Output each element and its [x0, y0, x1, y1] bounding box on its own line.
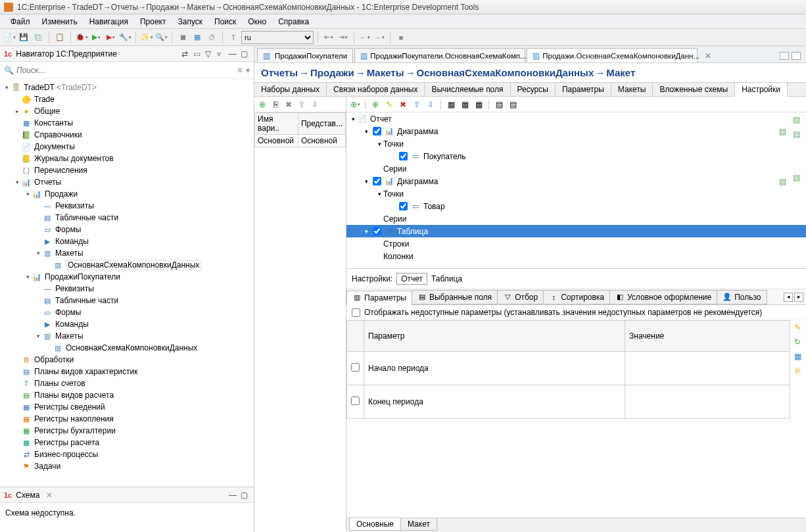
- schema-min-icon[interactable]: —: [229, 491, 238, 500]
- bottom-tab-main[interactable]: Основные: [349, 518, 401, 531]
- param-scroll[interactable]: ▸: [794, 293, 803, 302]
- add-icon[interactable]: ⊕: [257, 99, 268, 110]
- param-tab[interactable]: ▤Выбранные поля: [412, 290, 498, 304]
- row-aux-icon[interactable]: ▤: [779, 127, 786, 136]
- tool3-icon[interactable]: ▦: [473, 99, 485, 110]
- menu-search[interactable]: Поиск: [209, 16, 241, 28]
- editor-tab[interactable]: ▥ПродажиПокупатели.ОсновнаяСхемаКомп...: [354, 48, 525, 62]
- report-tree[interactable]: ▤ ▤ ▤ ▾📄Отчет▾📊Диаграмма▤▾Точки▭Покупате…: [346, 112, 806, 269]
- menu-help[interactable]: Справка: [273, 16, 314, 28]
- tree-item[interactable]: ТПланы счетов: [0, 377, 254, 389]
- tree-item[interactable]: ▦Константы: [0, 117, 254, 129]
- param-tab[interactable]: ▽Отбор: [497, 290, 544, 304]
- tree-item[interactable]: ▶Команды: [0, 318, 254, 330]
- tree-item[interactable]: —Реквизиты: [0, 283, 254, 295]
- search-button[interactable]: 🔍▾: [154, 31, 168, 44]
- save-all-button[interactable]: ⿻: [32, 31, 45, 44]
- tool4-icon[interactable]: ▤: [493, 99, 505, 110]
- menu-file[interactable]: Файл: [5, 16, 36, 28]
- report-tree-row[interactable]: ▾▦Таблица: [346, 225, 806, 237]
- rside-icon-2[interactable]: ▤: [793, 130, 803, 140]
- tree-item[interactable]: ▦Регистры накопления: [0, 413, 254, 425]
- nav-in-button[interactable]: ⇤▾: [322, 31, 335, 44]
- editor-tab[interactable]: ▥ПродажиПокупатели: [257, 48, 353, 62]
- link-editor-icon[interactable]: ⇄: [181, 49, 191, 59]
- inner-tab[interactable]: Макеты: [611, 83, 653, 96]
- show-unavailable-checkbox[interactable]: [352, 308, 360, 317]
- params-table[interactable]: Параметр Значение Начало периода Конец п…: [346, 320, 790, 419]
- tree-item[interactable]: ▸●Общие: [0, 105, 254, 117]
- menu-project[interactable]: Проект: [135, 16, 172, 28]
- inner-tab[interactable]: Настройки: [735, 83, 788, 97]
- add-sub-icon[interactable]: ⊕: [369, 99, 381, 110]
- delete-icon[interactable]: ✖: [283, 99, 294, 110]
- tree-item[interactable]: 🟡Trade: [0, 93, 254, 105]
- breadcrumb-seg[interactable]: ОсновнаяСхемаКомпоновкиДанных: [417, 67, 594, 78]
- menu-icon[interactable]: ▿: [217, 49, 226, 59]
- stop-button[interactable]: ◼: [176, 31, 189, 44]
- schema-close-icon[interactable]: ✕: [46, 491, 53, 500]
- collapse-icon[interactable]: ▭: [193, 49, 202, 59]
- tree-item[interactable]: ⚑Задачи: [0, 460, 254, 472]
- report-tree-row[interactable]: ▾Точки: [346, 137, 806, 150]
- breadcrumb-seg[interactable]: Макеты: [367, 67, 404, 78]
- nav-out-button[interactable]: ⇥▾: [337, 31, 350, 44]
- row-aux-icon[interactable]: ▤: [779, 177, 786, 186]
- report-tree-row[interactable]: ▾Точки: [346, 187, 806, 200]
- tool5-icon[interactable]: ▤: [507, 99, 519, 110]
- run-ext-button[interactable]: ▶▾: [104, 31, 117, 44]
- search-dropdown-icon[interactable]: ▾: [246, 66, 250, 75]
- run-button[interactable]: ▶▾: [89, 31, 103, 44]
- report-tree-row[interactable]: Строки: [346, 237, 806, 250]
- language-select[interactable]: ru: [241, 31, 314, 44]
- rside-icon-1[interactable]: ▤: [793, 115, 803, 126]
- tree-item[interactable]: ▤Планы видов характеристик: [0, 366, 254, 377]
- side-tools-icon[interactable]: ▦: [792, 351, 803, 362]
- param-tab[interactable]: ↕Сортировка: [543, 290, 610, 304]
- param-tab[interactable]: 👤Пользо: [717, 290, 767, 304]
- inner-tab[interactable]: Наборы данных: [254, 83, 327, 96]
- report-tree-row[interactable]: Колонки: [346, 250, 806, 262]
- settings-path-report[interactable]: Отчет: [396, 273, 427, 285]
- edit-icon[interactable]: ✎: [383, 99, 395, 110]
- text-button[interactable]: T: [227, 31, 240, 44]
- inner-tab[interactable]: Ресурсы: [511, 83, 556, 96]
- save-button[interactable]: 💾: [17, 31, 30, 44]
- tree-item[interactable]: ▭Формы: [0, 306, 254, 318]
- report-row-checkbox[interactable]: [373, 127, 381, 135]
- variants-table[interactable]: Имя вари..Представ... ОсновнойОсновной: [254, 112, 346, 147]
- tree-item[interactable]: 📗Справочники: [0, 129, 254, 141]
- grid-button[interactable]: ▦: [191, 31, 204, 44]
- new-button[interactable]: 📄▾: [3, 31, 16, 44]
- mup-icon[interactable]: ⇧: [411, 99, 423, 110]
- tool1-icon[interactable]: ▦: [445, 99, 457, 110]
- tree-item[interactable]: ▦Регистры сведений: [0, 401, 254, 413]
- param-tab[interactable]: ▥Параметры: [346, 291, 412, 305]
- report-tree-row[interactable]: ▭Покупатель: [346, 150, 806, 162]
- tool-button[interactable]: 🔧▾: [118, 31, 131, 44]
- report-row-checkbox[interactable]: [399, 202, 408, 210]
- stop2-button[interactable]: ■: [394, 31, 408, 44]
- report-row-checkbox[interactable]: [399, 152, 408, 160]
- down-icon[interactable]: ⇩: [310, 99, 320, 110]
- inner-tab[interactable]: Вычисляемые поля: [425, 83, 510, 96]
- tree-item[interactable]: ▭Формы: [0, 224, 254, 235]
- report-tree-row[interactable]: Серии: [346, 162, 806, 175]
- tree-item[interactable]: 📒Журналы документов: [0, 153, 254, 164]
- filter-icon[interactable]: ▽: [205, 49, 214, 59]
- tree-item[interactable]: ▤Табличные части: [0, 212, 254, 224]
- menu-edit[interactable]: Изменить: [37, 16, 83, 28]
- copy-icon[interactable]: ⎘: [270, 99, 281, 110]
- up-icon[interactable]: ⇧: [296, 99, 307, 110]
- param-row-1-cb[interactable]: [351, 397, 360, 405]
- editor-min-icon[interactable]: [780, 52, 789, 60]
- add-node-icon[interactable]: ⊕▾: [349, 99, 361, 110]
- report-tree-row[interactable]: ▭Товар: [346, 200, 806, 212]
- nav-fwd-button[interactable]: →▾: [373, 31, 386, 44]
- tree-item[interactable]: ▾▥Макеты: [0, 330, 254, 342]
- mdown-icon[interactable]: ⇩: [425, 99, 437, 110]
- clock-button[interactable]: ⏱: [205, 31, 218, 44]
- report-tree-row[interactable]: ▾📄Отчет: [346, 112, 806, 125]
- report-tree-row[interactable]: ▾📊Диаграмма▤: [346, 175, 806, 187]
- settings-path-table[interactable]: Таблица: [431, 274, 462, 283]
